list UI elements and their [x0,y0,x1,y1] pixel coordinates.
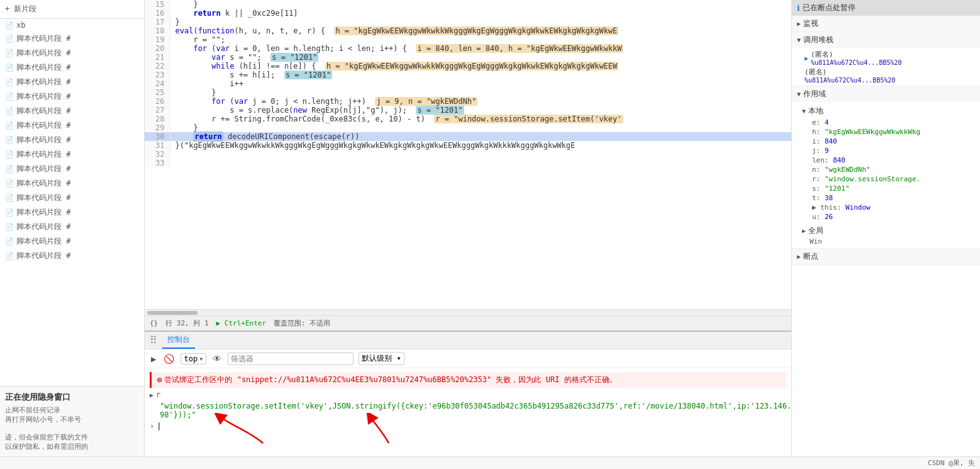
code-content: }("kgEgWkwEEWkggwWkwkkWkgggWkgEgWgggWkgk… [170,141,791,150]
console-input-line[interactable]: › | [150,421,786,432]
list-item[interactable]: 📄 脚本代码片段 # [0,118,144,133]
breakpoints-section: ▶ 断点 [792,249,980,265]
coverage-label: 覆盖范围: 不适用 [274,319,330,328]
list-item[interactable]: 📄 脚本代码片段 # [0,176,144,191]
global-label: 全局 [808,225,823,236]
code-content: return decodeURIComponent(escape(r)) [170,132,791,141]
watch-label: 监视 [803,18,818,29]
scope-item-r: r: "window.sessionStorage. [810,174,980,184]
frame-url: %u811A%u672C%u4...BB5%20 [805,77,977,84]
list-item[interactable]: 📄 脚本代码片段 # [0,133,144,147]
scope-item-i: i: 840 [810,137,980,146]
code-content: for (var i = 0, len = h.length; i < len;… [170,44,791,53]
file-icon: 📄 [5,150,14,159]
scope-header[interactable]: ▼ 作用域 [792,86,980,102]
list-item[interactable]: 📄 脚本代码片段 # [0,147,144,162]
global-val: Win [810,237,822,246]
file-icon: 📄 [5,64,14,72]
context-value: top [184,354,198,363]
error-icon: ⊗ [157,375,162,385]
list-item[interactable]: 📄 脚本代码片段 # [0,60,144,75]
format-button[interactable]: {} [150,319,158,327]
global-scope: ▶ 全局 Win [802,223,980,247]
list-item[interactable]: 📄 脚本代码片段 # [0,249,144,263]
code-table: 15 } 16 return k || _0xc29e[11] 17 } 18 … [145,0,791,167]
callstack-item[interactable]: ▶ (匿名) %u811A%u672C%u4...BB5%20 [802,49,980,67]
sidebar-header[interactable]: + 新片段 [0,0,144,19]
list-item[interactable]: 📄 脚本代码片段 # [0,205,144,220]
sidebar-item-label: 脚本代码片段 # [16,77,70,88]
list-item[interactable]: 📄 脚本代码片段 # [0,220,144,234]
horizontal-scrollbar[interactable] [145,309,791,315]
list-item[interactable]: 📄 脚本代码片段 # [0,46,144,60]
file-icon: 📄 [5,49,14,57]
list-item[interactable]: 📄 脚本代码片段 # [0,89,144,104]
code-content: eval(function(h, u, n, t, e, r) { h = "k… [170,26,791,35]
eye-button[interactable]: 👁 [211,353,223,365]
r-collapsible[interactable]: ▶ r [150,389,786,400]
scrollbar-thumb[interactable] [147,311,198,315]
chevron-down-icon: ▼ [797,91,801,98]
list-item[interactable]: 📄 脚本代码片段 # [0,191,144,205]
sidebar-item-label: 脚本代码片段 # [16,207,70,218]
level-selector[interactable]: 默认级别 ▾ [359,352,404,365]
table-row: 23 s += h[i]; s = "1201" [145,71,791,79]
execute-button[interactable]: ▶ [150,353,157,365]
tab-console[interactable]: 控制台 [162,332,195,349]
code-content: var s = ""; s = "1201" [170,53,791,62]
local-scope-header[interactable]: ▼ 本地 [802,105,980,118]
global-scope-value: Win [802,237,980,246]
cursor-position: 行 32, 列 1 [165,319,208,328]
scope-item-t: t: 38 [810,193,980,203]
callstack-frame: (匿名) %u811A%u672C%u4...BB5%20 [805,67,977,84]
code-content: r += String.fromCharCode(_0xe83c(s, e, 1… [170,115,791,123]
error-url[interactable]: "snippet://%u811A%u672C%u4EE3%u7801%u724… [237,375,492,384]
code-content: r = ""; [170,35,791,44]
list-item[interactable]: 📄 脚本代码片段 # [0,162,144,176]
debugger-title: ℹ 已在断点处暂停 [792,0,980,16]
code-content: i++ [170,79,791,88]
table-row: 27 s = s.replace(new RegExp(n[j],"g"), j… [145,106,791,115]
global-scope-header[interactable]: ▶ 全局 [802,224,980,237]
line-number: 27 [145,106,170,115]
scope-section: ▼ 作用域 ▼ 本地 e: 4 h: "kgEgWkwEEWkggwWkwkkW… [792,86,980,249]
callstack-section: ▼ 调用堆栈 ▶ (匿名) %u811A%u672C%u4...BB5%20 (… [792,32,980,86]
breakpoints-header[interactable]: ▶ 断点 [792,249,980,264]
table-row: 31 }("kgEgWkwEEWkggwWkwkkWkgggWkgEgWgggW… [145,141,791,150]
code-editor[interactable]: 15 } 16 return k || _0xc29e[11] 17 } 18 … [145,0,791,309]
sidebar-item-label: 脚本代码片段 # [16,222,70,232]
line-number: 33 [145,159,170,167]
watch-header[interactable]: ▶ 监视 [792,16,980,31]
sidebar-item-label: 脚本代码片段 # [16,48,70,59]
incognito-line2: 再打开网站小号，不串号 [5,415,139,424]
line-number: 25 [145,88,170,97]
table-row: 33 [145,159,791,167]
list-item[interactable]: 📄 脚本代码片段 # [0,75,144,89]
list-item[interactable]: 📄 脚本代码片段 # [0,31,144,46]
file-icon: 📄 [5,21,14,30]
chevron-down-icon: ▼ [802,108,806,115]
callstack-item[interactable]: (匿名) %u811A%u672C%u4...BB5%20 [802,67,980,84]
scope-item-h: h: "kgEgWkwEEWkggwWkwkkWkg [810,127,980,137]
stop-button[interactable]: 🚫 [162,353,175,365]
frame-name: (匿名) [805,67,977,77]
sidebar-item-xb[interactable]: 📄 xb [0,19,144,31]
filter-input[interactable] [228,353,354,365]
file-icon: 📄 [5,107,14,115]
scope-item-len: len: 840 [810,155,980,165]
scope-item-s: s: "1201" [810,184,980,193]
line-number: 31 [145,141,170,150]
local-scope-items: e: 4 h: "kgEgWkwEEWkggwWkwkkWkg i: 840 j… [802,118,980,222]
table-row: 29 } [145,123,791,132]
console-panel: ⠿ 控制台 ▶ 🚫 top ▾ 👁 默认级别 ▾ [145,331,791,456]
console-content: ⊗ 尝试绑定工作区中的 "snippet://%u811A%u672C%u4EE… [145,368,791,456]
code-content: } [170,123,791,132]
list-item[interactable]: 📄 脚本代码片段 # [0,104,144,118]
run-button[interactable]: ▶ Ctrl+Enter [216,319,266,327]
callstack-header[interactable]: ▼ 调用堆栈 [792,32,980,48]
file-icon: 📄 [5,252,14,260]
table-row: 25 } [145,88,791,97]
scope-item-this[interactable]: ▶ this: Window [810,203,980,212]
list-item[interactable]: 📄 脚本代码片段 # [0,234,144,249]
context-selector[interactable]: top ▾ [181,353,206,364]
